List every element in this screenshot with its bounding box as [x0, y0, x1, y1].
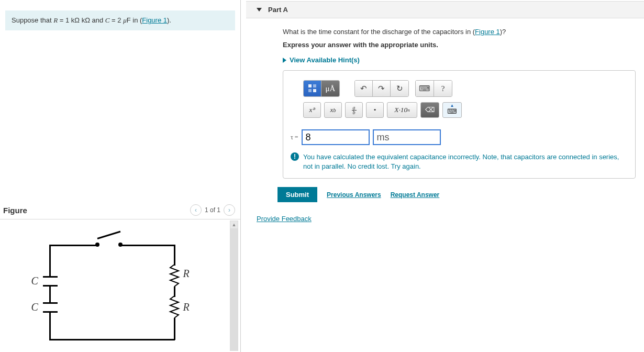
figure-canvas: C C R R	[0, 219, 229, 352]
answer-panel: μÅ ↶ ↷ ↻ ⌨ ? xᵃ	[283, 70, 636, 179]
submit-button[interactable]: Submit	[277, 187, 317, 202]
help-button[interactable]: ?	[434, 81, 452, 96]
figure-scrollbar[interactable]: ▲	[230, 221, 238, 351]
tau-label: τ =	[291, 134, 298, 141]
figure-link[interactable]: Figure 1	[142, 16, 167, 24]
info-icon: !	[291, 152, 299, 161]
redo-button[interactable]: ↷	[373, 81, 391, 96]
undo-button[interactable]: ↶	[355, 81, 373, 96]
feedback-text: You have calculated the equivalent capac…	[303, 152, 628, 171]
superscript-button[interactable]: xᵃ	[303, 102, 321, 118]
figure-nav: ‹ 1 of 1 ›	[190, 204, 235, 216]
text: = 1 kΩ kΩ and	[58, 16, 105, 24]
answer-inputs: τ =	[291, 129, 628, 145]
svg-rect-0	[308, 84, 312, 87]
answer-units-input[interactable]	[373, 129, 441, 145]
scientific-button[interactable]: X·10n	[387, 102, 417, 118]
text: = 2	[109, 16, 123, 24]
previous-answers-link[interactable]: Previous Answers	[327, 191, 381, 199]
label-r1: R	[183, 268, 190, 280]
text: ).	[167, 16, 171, 24]
expand-icon	[283, 58, 286, 63]
figure-title: Figure	[3, 206, 27, 215]
scroll-track[interactable]	[230, 228, 238, 350]
var-r: R	[53, 16, 58, 24]
figure-prev-button[interactable]: ‹	[190, 204, 202, 216]
svg-rect-1	[313, 84, 316, 87]
label-c2: C	[31, 301, 38, 313]
collapse-icon	[257, 8, 262, 12]
toolbar-secondary: xᵃ xb a b • X·10n ⌫	[303, 102, 628, 118]
left-column: Suppose that R = 1 kΩ kΩ and C = 2 μF in…	[0, 0, 241, 352]
figure-link[interactable]: Figure 1	[475, 28, 500, 36]
subscript-button[interactable]: xb	[324, 102, 342, 118]
figure-next-button[interactable]: ›	[224, 204, 235, 216]
feedback-message: ! You have calculated the equivalent cap…	[291, 152, 628, 171]
backspace-button[interactable]: ⌫	[420, 102, 439, 118]
text: Suppose that	[12, 16, 53, 24]
svg-rect-3	[313, 89, 316, 92]
question-text: What is the time constant for the discha…	[283, 28, 636, 36]
svg-rect-2	[308, 89, 312, 92]
hints-label: View Available Hint(s)	[290, 56, 360, 64]
text: F in (	[127, 16, 142, 24]
view-hints-button[interactable]: View Available Hint(s)	[283, 56, 636, 64]
keyboard-button[interactable]: ⌨	[416, 81, 434, 96]
dot-button[interactable]: •	[366, 102, 384, 118]
text: )?	[500, 28, 506, 36]
suppose-box: Suppose that R = 1 kΩ kΩ and C = 2 μF in…	[5, 10, 235, 30]
submit-row: Submit Previous Answers Request Answer	[277, 187, 644, 202]
provide-feedback: Provide Feedback	[257, 215, 644, 223]
label-r2: R	[183, 301, 190, 313]
figure-header: Figure ‹ 1 of 1 ›	[0, 201, 240, 219]
circuit-diagram: C C R R	[28, 234, 201, 352]
provide-feedback-link[interactable]: Provide Feedback	[257, 215, 312, 223]
answer-value-input[interactable]	[302, 129, 370, 145]
units-button[interactable]: μÅ	[321, 81, 339, 96]
label-c1: C	[31, 275, 38, 287]
fraction-button[interactable]: a b	[345, 102, 363, 118]
reset-button[interactable]: ↻	[391, 81, 408, 96]
templates-button[interactable]	[304, 81, 321, 96]
text: What is the time constant for the discha…	[283, 28, 475, 36]
keyboard2-button[interactable]: ▲ ⌨	[442, 102, 462, 118]
right-column: Part A What is the time constant for the…	[241, 0, 644, 352]
instruction-text: Express your answer with the appropriate…	[283, 41, 636, 49]
toolbar-primary: μÅ ↶ ↷ ↻ ⌨ ?	[303, 80, 628, 97]
figure-section: Figure ‹ 1 of 1 ›	[0, 201, 240, 352]
part-title: Part A	[268, 6, 288, 14]
request-answer-link[interactable]: Request Answer	[391, 191, 440, 199]
part-header[interactable]: Part A	[246, 1, 644, 18]
scroll-up-icon[interactable]: ▲	[230, 221, 238, 228]
figure-page-indicator: 1 of 1	[205, 206, 220, 214]
